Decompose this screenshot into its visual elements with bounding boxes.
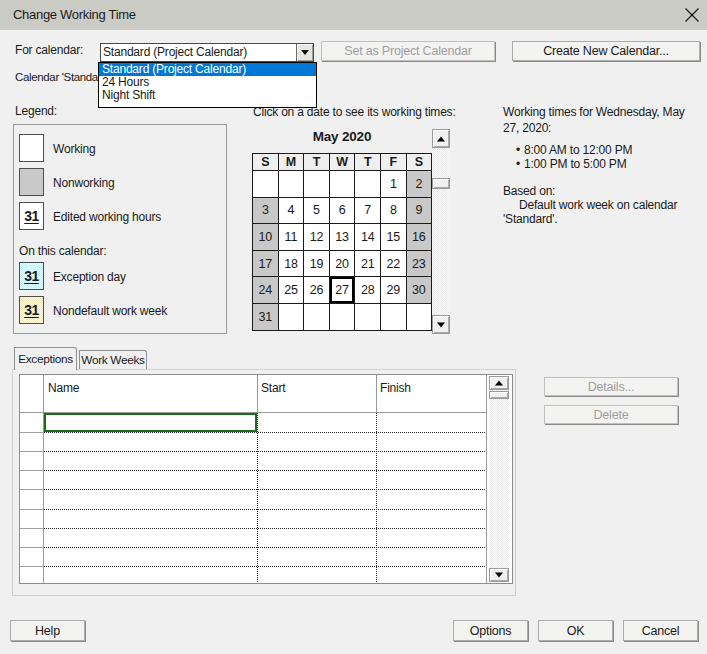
legend-working-label: Working (53, 142, 95, 156)
based-on-text: Default work week on calendar 'Standard'… (503, 198, 693, 226)
calendar-empty-cell (279, 304, 305, 331)
calendar-date-cell[interactable]: 30 (407, 277, 433, 304)
calendar-date-cell[interactable]: 26 (304, 277, 330, 304)
close-icon (685, 8, 699, 22)
ok-button[interactable]: OK (538, 620, 613, 641)
calendar-scrollbar[interactable] (432, 129, 450, 334)
working-times-heading: Working times for Wednesday, May 27, 202… (503, 104, 691, 136)
tab-work-weeks[interactable]: Work Weeks (79, 350, 147, 369)
calendar-date-cell[interactable]: 7 (355, 198, 381, 225)
row-header-separator (20, 566, 43, 567)
legend-nondefault-label: Nondefault work week (53, 304, 167, 318)
calendar-date-cell[interactable]: 11 (279, 224, 305, 251)
calendar-date-cell[interactable]: 28 (355, 277, 381, 304)
tab-exceptions[interactable]: Exceptions (14, 347, 77, 370)
combobox-value: Standard (Project Calendar) (103, 44, 247, 61)
help-button[interactable]: Help (10, 620, 85, 641)
table-row-separator (44, 566, 486, 567)
calendar-date-cell[interactable]: 8 (381, 198, 407, 225)
table-row-separator (44, 509, 486, 510)
table-scroll-up-button[interactable] (489, 376, 509, 390)
calendar-day-header: M (279, 154, 305, 171)
calendar-date-cell[interactable]: 9 (407, 198, 433, 225)
close-button[interactable] (685, 8, 699, 22)
calendar-date-cell[interactable]: 17 (253, 251, 279, 278)
table-scroll-down-button[interactable] (489, 568, 509, 582)
calendar-date-cell[interactable]: 4 (279, 198, 305, 225)
legend-exception-number: 31 (24, 268, 39, 284)
calendar-date-cell[interactable]: 21 (355, 251, 381, 278)
legend-working-swatch (19, 134, 44, 162)
calendar-date-cell[interactable]: 18 (279, 251, 305, 278)
start-finish-divider-header (376, 375, 377, 412)
arrow-up-icon (437, 136, 445, 141)
calendar-empty-cell (381, 304, 407, 331)
cancel-button[interactable]: Cancel (623, 620, 698, 641)
calendar-date-cell[interactable]: 3 (253, 198, 279, 225)
arrow-down-icon (495, 573, 503, 578)
calendar-date-cell[interactable]: 5 (304, 198, 330, 225)
calendar-date-cell[interactable]: 2 (407, 171, 433, 198)
calendar-date-cell[interactable]: 13 (330, 224, 356, 251)
selected-name-cell[interactable] (44, 413, 257, 432)
calendar-dropdown-list: Standard (Project Calendar)24 HoursNight… (98, 62, 317, 108)
calendar-date-cell[interactable]: 15 (381, 224, 407, 251)
create-new-calendar-button[interactable]: Create New Calendar... (512, 41, 700, 61)
window-title: Change Working Time (13, 0, 136, 30)
calendar-date-cell[interactable]: 16 (407, 224, 433, 251)
calendar-scroll-up-button[interactable] (432, 129, 450, 148)
calendar-date-cell[interactable]: 29 (381, 277, 407, 304)
start-finish-divider (376, 413, 377, 583)
calendar-day-header: S (407, 154, 433, 171)
calendar-scrollbar-thumb[interactable] (432, 178, 450, 189)
calendar-date-cell[interactable]: 25 (279, 277, 305, 304)
table-row-separator (44, 547, 486, 548)
column-header-name: Name (48, 381, 79, 395)
calendar-date-cell[interactable]: 1 (381, 171, 407, 198)
calendar-empty-cell (330, 304, 356, 331)
set-as-project-calendar-button[interactable]: Set as Project Calendar (321, 41, 495, 61)
calendar-date-cell[interactable]: 10 (253, 224, 279, 251)
working-time-item: 1:00 PM to 5:00 PM (516, 158, 632, 172)
table-scrollbar-thumb[interactable] (489, 391, 509, 399)
calendar-date-cell[interactable]: 22 (381, 251, 407, 278)
legend-nondefault-number: 31 (24, 302, 39, 318)
calendar-date-cell[interactable]: 27 (330, 277, 356, 304)
row-header-separator (20, 451, 43, 452)
table-scrollbar[interactable] (489, 376, 509, 582)
combobox-dropdown-button[interactable] (296, 44, 313, 61)
legend-nonworking-swatch (19, 168, 44, 196)
arrow-up-icon (495, 381, 503, 386)
row-header-separator (20, 470, 43, 471)
title-bar: Change Working Time (0, 0, 707, 30)
calendar-date-cell[interactable]: 19 (304, 251, 330, 278)
legend-exception-label: Exception day (53, 270, 126, 284)
calendar-empty-cell (407, 304, 433, 331)
working-time-item: 8:00 AM to 12:00 PM (516, 144, 632, 158)
legend-on-this-calendar-label: On this calendar: (19, 244, 106, 258)
legend-edited-swatch: 31 (19, 202, 44, 230)
calendar-date-cell[interactable]: 14 (355, 224, 381, 251)
calendar-date-cell[interactable]: 23 (407, 251, 433, 278)
calendar-grid: SMTWTFS123456789101112131415161718192021… (252, 153, 432, 331)
legend-nondefault-swatch: 31 (19, 296, 44, 324)
for-calendar-combobox[interactable]: Standard (Project Calendar) (100, 43, 314, 62)
calendar-date-cell[interactable]: 31 (253, 304, 279, 331)
dropdown-option[interactable]: Night Shift (99, 89, 316, 102)
calendar-date-cell[interactable]: 20 (330, 251, 356, 278)
options-button[interactable]: Options (453, 620, 528, 641)
calendar-empty-cell (304, 304, 330, 331)
calendar-date-cell[interactable]: 6 (330, 198, 356, 225)
exceptions-table[interactable]: Name Start Finish (19, 374, 513, 584)
calendar-empty-cell (330, 171, 356, 198)
calendar-scroll-down-button[interactable] (432, 315, 450, 334)
row-header-separator (20, 528, 43, 529)
delete-button[interactable]: Delete (544, 405, 678, 424)
details-button[interactable]: Details... (544, 377, 678, 396)
calendar-date-cell[interactable]: 12 (304, 224, 330, 251)
column-header-finish: Finish (380, 381, 411, 395)
calendar-day-header: T (304, 154, 330, 171)
table-row-separator (44, 432, 486, 433)
calendar-date-cell[interactable]: 24 (253, 277, 279, 304)
based-on-label: Based on: (503, 184, 555, 198)
